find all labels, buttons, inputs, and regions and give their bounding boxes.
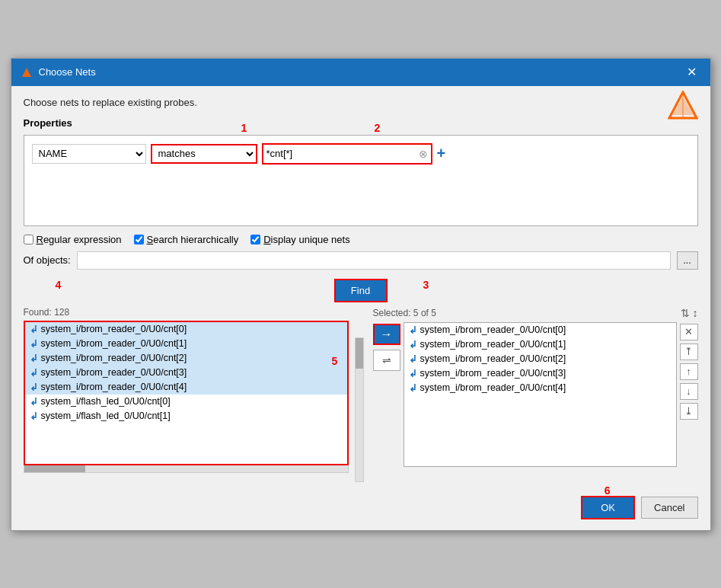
net-icon: ↲ <box>409 324 417 336</box>
objects-browse-button[interactable]: ... <box>677 251 698 270</box>
list-item[interactable]: ↲ system_i/flash_led_0/U0/cnt[1] <box>25 409 347 423</box>
dialog-body: Choose nets to replace existing probes. … <box>11 86 710 530</box>
name-dropdown[interactable]: NAME <box>32 144 146 164</box>
remove-button[interactable]: ✕ <box>680 324 698 340</box>
net-icon: ↲ <box>30 367 38 379</box>
search-hierarchically-label: Search hierarchically <box>147 234 239 245</box>
list-item-text: system_i/brom_reader_0/U0/cnt[3] <box>41 367 187 378</box>
list-item-text: system_i/brom_reader_0/U0/cnt[4] <box>41 382 187 392</box>
main-area: 4 3 5 6 Find Found: 128 ↲ <box>24 279 698 519</box>
list-item-text: system_i/brom_reader_0/U0/cnt[2] <box>420 353 566 364</box>
list-item-text: system_i/brom_reader_0/U0/cnt[3] <box>420 368 566 379</box>
found-count: Found: 128 <box>24 307 70 318</box>
list-item-text: system_i/brom_reader_0/U0/cnt[2] <box>41 353 187 363</box>
add-filter-button[interactable]: + <box>437 145 446 162</box>
net-icon: ↲ <box>409 368 417 379</box>
sort-za-button[interactable]: ↕ <box>693 307 698 319</box>
transfer-right-button[interactable]: → <box>373 324 400 345</box>
bottom-row: OK Cancel <box>24 491 698 519</box>
objects-input[interactable] <box>77 251 671 270</box>
cancel-button[interactable]: Cancel <box>641 497 697 519</box>
list-item[interactable]: ↲ system_i/brom_reader_0/U0/cnt[2] <box>404 352 676 366</box>
left-scrollbar[interactable] <box>24 465 349 473</box>
value-input-wrap: ⊗ <box>262 143 432 165</box>
net-icon: ↲ <box>30 382 38 393</box>
list-item[interactable]: ↲ system_i/brom_reader_0/U0/cnt[2] <box>25 351 347 366</box>
list-item-text: system_i/brom_reader_0/U0/cnt[0] <box>41 324 187 334</box>
properties-box: 1 2 NAME matches contains is starts with <box>24 135 698 226</box>
clear-button[interactable]: ⊗ <box>416 149 431 159</box>
middle-buttons <box>349 307 373 482</box>
net-icon: ↲ <box>409 353 417 365</box>
search-hierarchically-checkbox[interactable] <box>134 235 144 244</box>
sort-az-button[interactable]: ⇅ <box>681 307 690 319</box>
move-bottom-button[interactable]: ⤓ <box>680 403 698 420</box>
app-icon <box>21 66 33 78</box>
list-item[interactable]: ↲ system_i/brom_reader_0/U0/cnt[1] <box>25 337 347 351</box>
display-unique-checkbox-label[interactable]: Display unique nets <box>250 234 349 245</box>
move-up-button[interactable]: ↑ <box>680 363 698 380</box>
list-item[interactable]: ↲ system_i/brom_reader_0/U0/cnt[3] <box>25 366 347 380</box>
objects-label: Of objects: <box>24 254 71 266</box>
list-item-text: system_i/brom_reader_0/U0/cnt[4] <box>420 382 566 393</box>
list-item[interactable]: ↲ system_i/brom_reader_0/U0/cnt[0] <box>404 323 676 337</box>
value-input[interactable] <box>263 145 416 163</box>
filter-row: NAME matches contains is starts with ⊗ <box>32 143 690 165</box>
logo-area <box>668 91 698 123</box>
ok-button[interactable]: OK <box>581 496 635 519</box>
regular-expression-checkbox-label[interactable]: Regular expression <box>24 234 122 245</box>
list-item-text: system_i/brom_reader_0/U0/cnt[1] <box>41 338 187 349</box>
panels-row: Found: 128 ↲ system_i/brom_reader_0/U0/c… <box>24 307 698 482</box>
found-label: Found: 128 <box>24 307 349 318</box>
list-item[interactable]: ↲ system_i/brom_reader_0/U0/cnt[0] <box>25 322 347 337</box>
selected-label-row: Selected: 5 of 5 ⇅ ↕ <box>373 307 698 319</box>
left-scrollbar-thumb-v[interactable] <box>356 338 363 369</box>
transfer-buttons: → ⇌ <box>373 322 400 467</box>
choose-nets-dialog: Choose Nets ✕ Choose nets to replace exi… <box>11 58 711 531</box>
left-panel: Found: 128 ↲ system_i/brom_reader_0/U0/c… <box>24 307 349 473</box>
list-item-text: system_i/flash_led_0/U0/cnt[1] <box>41 411 171 421</box>
move-down-button[interactable]: ↓ <box>680 383 698 400</box>
right-list-box[interactable]: ↲ system_i/brom_reader_0/U0/cnt[0] ↲ sys… <box>404 322 677 467</box>
list-item[interactable]: ↲ system_i/brom_reader_0/U0/cnt[4] <box>25 380 347 395</box>
annotation-5: 5 <box>332 355 338 367</box>
list-item-text: system_i/flash_led_0/U0/cnt[0] <box>41 396 171 407</box>
svg-marker-0 <box>22 68 31 77</box>
net-icon: ↲ <box>30 353 38 364</box>
annotation-3: 3 <box>423 279 429 291</box>
annotation-4: 4 <box>56 279 62 291</box>
top-section: Choose nets to replace existing probes. … <box>24 97 698 270</box>
list-item[interactable]: ↲ system_i/flash_led_0/U0/cnt[0] <box>25 395 347 409</box>
display-unique-checkbox[interactable] <box>250 235 260 244</box>
net-icon: ↲ <box>409 339 417 350</box>
title-bar: Choose Nets ✕ <box>11 59 710 86</box>
search-hierarchically-checkbox-label[interactable]: Search hierarchically <box>134 234 239 245</box>
regular-expression-checkbox[interactable] <box>24 235 33 244</box>
operator-dropdown[interactable]: matches contains is starts with <box>151 144 257 164</box>
list-item[interactable]: ↲ system_i/brom_reader_0/U0/cnt[1] <box>404 337 676 352</box>
net-icon: ↲ <box>30 411 38 422</box>
annotation-1: 1 <box>241 122 247 134</box>
display-unique-label: Display unique nets <box>263 234 349 245</box>
dialog-title: Choose Nets <box>39 66 96 78</box>
find-button[interactable]: Find <box>334 279 388 302</box>
checkboxes-row: Regular expression Search hierarchically… <box>24 234 698 245</box>
selected-count: Selected: 5 of 5 <box>373 308 436 318</box>
title-bar-left: Choose Nets <box>21 66 96 78</box>
left-scrollbar-thumb[interactable] <box>24 465 85 472</box>
annotation-2: 2 <box>375 122 381 134</box>
net-icon: ↲ <box>30 338 38 350</box>
list-item[interactable]: ↲ system_i/brom_reader_0/U0/cnt[4] <box>404 381 676 395</box>
move-top-button[interactable]: ⤒ <box>680 344 698 360</box>
close-button[interactable]: ✕ <box>682 65 701 80</box>
sort-icons: ⇅ ↕ <box>681 307 698 319</box>
list-item-text: system_i/brom_reader_0/U0/cnt[1] <box>420 339 566 350</box>
transfer-both-button[interactable]: ⇌ <box>373 350 400 371</box>
left-list-box[interactable]: ↲ system_i/brom_reader_0/U0/cnt[0] ↲ sys… <box>24 321 349 465</box>
net-icon: ↲ <box>30 324 38 335</box>
right-panel-inner: → ⇌ ↲ system_i/brom_reader_0/U0/cnt[0] ↲ <box>373 322 698 467</box>
left-vertical-scrollbar[interactable] <box>355 337 364 482</box>
list-item[interactable]: ↲ system_i/brom_reader_0/U0/cnt[3] <box>404 366 676 381</box>
net-icon: ↲ <box>409 382 417 394</box>
list-item-text: system_i/brom_reader_0/U0/cnt[0] <box>420 324 566 335</box>
